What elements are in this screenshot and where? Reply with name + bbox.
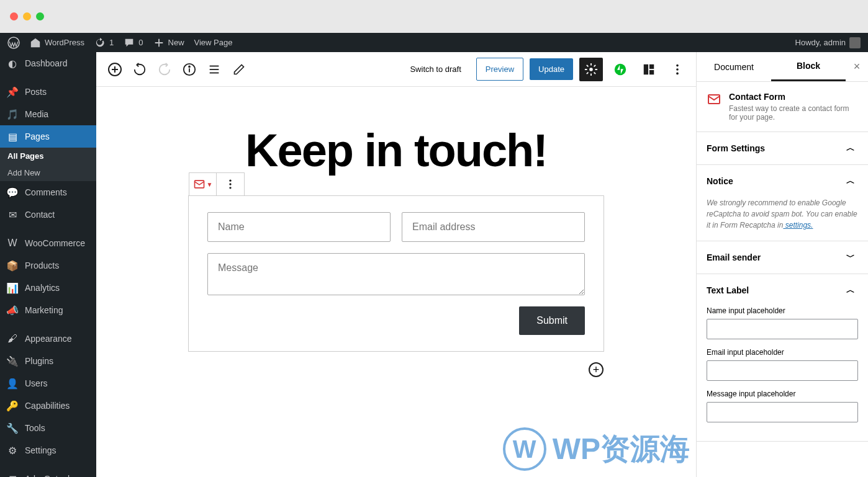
email-input[interactable] bbox=[402, 212, 585, 242]
switch-to-draft-button[interactable]: Switch to draft bbox=[401, 58, 469, 80]
settings-link[interactable]: settings. bbox=[783, 221, 813, 230]
menu-comments[interactable]: 💬Comments bbox=[0, 181, 96, 203]
menu-tools[interactable]: 🔧Tools bbox=[0, 417, 96, 439]
svg-rect-13 bbox=[649, 64, 654, 68]
block-more-button[interactable] bbox=[217, 173, 244, 195]
submenu-add-new[interactable]: Add New bbox=[0, 164, 96, 181]
block-type-button[interactable]: ▼ bbox=[189, 173, 217, 195]
megaphone-icon: 📣 bbox=[6, 304, 19, 316]
menu-pages[interactable]: ▤Pages bbox=[0, 125, 96, 148]
chevron-up-icon: ︿ bbox=[843, 174, 858, 189]
svg-point-20 bbox=[229, 183, 231, 185]
admin-sidebar: ◐Dashboard 📌Posts 🎵Media ▤Pages All Page… bbox=[0, 52, 96, 477]
svg-point-10 bbox=[589, 68, 593, 71]
add-block-inline-button[interactable]: + bbox=[589, 362, 604, 377]
comment-icon: 💬 bbox=[6, 186, 19, 198]
editor-canvas[interactable]: Keep in touch! ▼ Submit + bbox=[96, 87, 696, 477]
site-name-link[interactable]: WordPress bbox=[30, 37, 84, 48]
outline-button[interactable] bbox=[203, 58, 225, 81]
tab-block[interactable]: Block bbox=[771, 52, 846, 81]
block-toolbar: ▼ bbox=[189, 172, 245, 196]
menu-appearance[interactable]: 🖌Appearance bbox=[0, 328, 96, 350]
contact-form-block[interactable]: ▼ Submit + bbox=[188, 195, 604, 352]
menu-posts[interactable]: 📌Posts bbox=[0, 81, 96, 103]
email-placeholder-label: Email input placeholder bbox=[707, 348, 858, 357]
chart-icon: 📊 bbox=[6, 282, 19, 294]
message-textarea[interactable] bbox=[207, 253, 585, 295]
message-placeholder-label: Message input placeholder bbox=[707, 390, 858, 398]
menu-woocommerce[interactable]: WWooCommerce bbox=[0, 232, 96, 254]
menu-dashboard[interactable]: ◐Dashboard bbox=[0, 52, 96, 74]
panel-form-settings[interactable]: Form Settings ︿ bbox=[697, 132, 868, 164]
notice-text: We strongly recommend to enable Google r… bbox=[707, 197, 858, 231]
panel-email-sender[interactable]: Email sender ﹀ bbox=[697, 241, 868, 274]
edit-button[interactable] bbox=[228, 58, 250, 81]
user-icon: 👤 bbox=[6, 377, 19, 390]
menu-media[interactable]: 🎵Media bbox=[0, 103, 96, 125]
menu-contact[interactable]: ✉Contact bbox=[0, 203, 96, 226]
info-button[interactable] bbox=[178, 58, 201, 81]
settings-toggle-button[interactable] bbox=[579, 58, 603, 81]
svg-point-19 bbox=[229, 180, 231, 182]
svg-point-6 bbox=[189, 66, 190, 67]
panel-text-label[interactable]: Text Label ︿ bbox=[697, 274, 868, 306]
menu-marketing[interactable]: 📣Marketing bbox=[0, 299, 96, 321]
updates-link[interactable]: 1 bbox=[94, 37, 114, 48]
message-placeholder-input[interactable] bbox=[707, 402, 858, 422]
grid-icon: ⊞ bbox=[6, 473, 19, 477]
tab-document[interactable]: Document bbox=[697, 53, 771, 81]
new-link[interactable]: New bbox=[153, 37, 184, 48]
page-icon: ▤ bbox=[6, 130, 19, 143]
key-icon: 🔑 bbox=[6, 399, 19, 412]
wp-logo[interactable] bbox=[7, 37, 20, 49]
submit-button[interactable]: Submit bbox=[519, 306, 585, 335]
menu-adv-gutenberg[interactable]: ⊞Adv. Gutenberg bbox=[0, 468, 96, 477]
menu-products[interactable]: 📦Products bbox=[0, 254, 96, 277]
menu-settings[interactable]: ⚙Settings bbox=[0, 439, 96, 461]
update-button[interactable]: Update bbox=[530, 58, 573, 80]
galleria-icon[interactable] bbox=[638, 58, 660, 81]
menu-users[interactable]: 👤Users bbox=[0, 372, 96, 395]
undo-button[interactable] bbox=[129, 58, 151, 81]
chevron-up-icon: ︿ bbox=[843, 283, 858, 298]
plug-icon: 🔌 bbox=[6, 355, 19, 367]
block-title: Contact Form bbox=[729, 92, 858, 102]
name-placeholder-input[interactable] bbox=[707, 319, 858, 339]
chevron-down-icon: ﹀ bbox=[843, 250, 858, 265]
view-page-link[interactable]: View Page bbox=[194, 38, 233, 47]
more-options-button[interactable] bbox=[666, 58, 689, 81]
mac-maximize-button[interactable] bbox=[36, 12, 44, 20]
mac-minimize-button[interactable] bbox=[23, 12, 31, 20]
mac-titlebar bbox=[0, 0, 868, 33]
jetpack-icon[interactable] bbox=[609, 58, 631, 81]
chevron-up-icon: ︿ bbox=[843, 141, 858, 156]
name-placeholder-label: Name input placeholder bbox=[707, 306, 858, 315]
page-title[interactable]: Keep in touch! bbox=[188, 124, 604, 177]
avatar bbox=[849, 37, 861, 48]
sliders-icon: ⚙ bbox=[6, 444, 19, 457]
editor-header: Switch to draft Preview Update bbox=[96, 52, 696, 87]
panel-notice[interactable]: Notice ︿ bbox=[697, 165, 868, 197]
howdy-link[interactable]: Howdy, admin bbox=[795, 37, 861, 48]
woo-icon: W bbox=[6, 237, 19, 249]
svg-rect-12 bbox=[644, 64, 648, 74]
menu-plugins[interactable]: 🔌Plugins bbox=[0, 350, 96, 372]
menu-analytics[interactable]: 📊Analytics bbox=[0, 277, 96, 299]
media-icon: 🎵 bbox=[6, 108, 19, 120]
name-input[interactable] bbox=[207, 212, 391, 242]
block-description: Fastest way to create a contact form for… bbox=[729, 104, 858, 122]
mac-close-button[interactable] bbox=[10, 12, 18, 20]
wp-admin-bar: WordPress 1 0 New View Page Howdy, admin bbox=[0, 33, 868, 52]
menu-capabilities[interactable]: 🔑Capabilities bbox=[0, 395, 96, 417]
close-inspector-button[interactable]: × bbox=[846, 60, 868, 73]
comments-link[interactable]: 0 bbox=[124, 37, 143, 48]
inspector-sidebar: Document Block × Contact Form Fastest wa… bbox=[696, 52, 868, 477]
svg-point-21 bbox=[229, 187, 231, 189]
submenu-all-pages[interactable]: All Pages bbox=[0, 148, 96, 164]
mail-block-icon bbox=[707, 92, 721, 107]
email-placeholder-input[interactable] bbox=[707, 360, 858, 381]
mail-icon: ✉ bbox=[6, 208, 19, 221]
add-block-button[interactable] bbox=[104, 58, 126, 81]
preview-button[interactable]: Preview bbox=[476, 58, 523, 81]
redo-button bbox=[153, 58, 176, 81]
